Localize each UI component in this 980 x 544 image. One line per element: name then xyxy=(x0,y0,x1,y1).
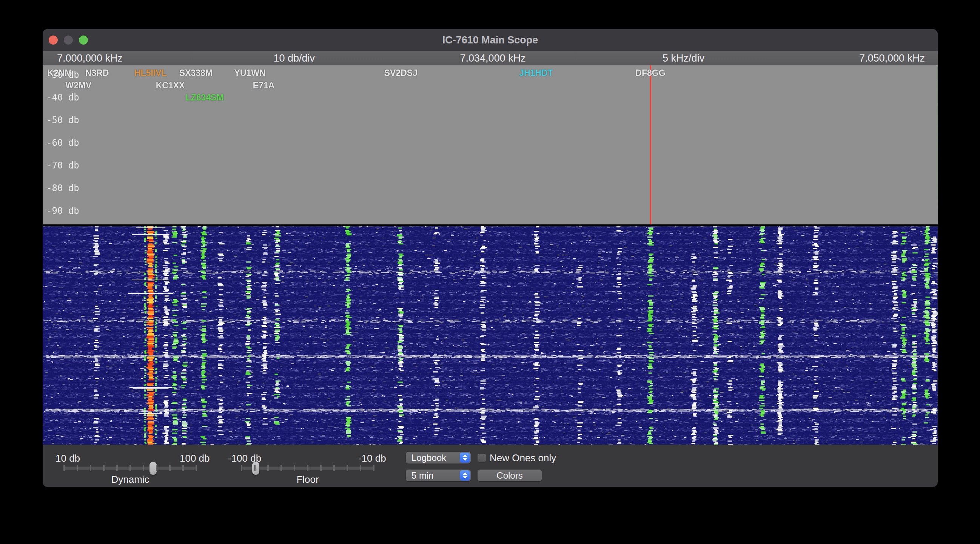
slider-tick xyxy=(116,465,118,471)
slider-tick xyxy=(129,465,131,471)
popup-chevrons-icon xyxy=(460,453,470,463)
db-axis-label: -70 db xyxy=(46,161,79,171)
callsign-label-hl5iivl[interactable]: HL5IIVL xyxy=(134,68,167,78)
db-axis-label: -50 db xyxy=(46,115,79,125)
callsign-label-n3rd[interactable]: N3RD xyxy=(85,68,109,78)
slider-tick xyxy=(156,465,158,471)
freq-end-label: 7.050,000 kHz xyxy=(859,52,925,64)
slider-tick xyxy=(373,465,374,471)
interval-select-value: 5 min xyxy=(412,470,434,481)
slider-tick xyxy=(103,465,105,471)
floor-slider[interactable] xyxy=(241,461,374,475)
slider-tick xyxy=(267,465,269,471)
slider-tick xyxy=(320,465,321,471)
vfo-frequency-label: 7.034,000 kHz xyxy=(460,52,526,64)
colors-button[interactable]: Colors xyxy=(477,470,542,481)
freq-start-label: 7.000,000 kHz xyxy=(57,52,123,64)
slider-tick xyxy=(76,465,78,471)
callsign-label-k2nm[interactable]: K2NM xyxy=(47,68,72,78)
callsign-label-sv2dsj[interactable]: SV2DSJ xyxy=(384,68,417,78)
waterfall-display[interactable] xyxy=(43,226,938,445)
window-title: IC-7610 Main Scope xyxy=(43,29,938,51)
logbook-select[interactable]: Logbook xyxy=(406,452,471,464)
callsign-label-e71a[interactable]: E71A xyxy=(253,80,275,90)
callsign-label-lz634sm[interactable]: LZ634SM xyxy=(186,93,224,102)
slider-tick xyxy=(182,465,184,471)
callsign-label-df8gg[interactable]: DF8GG xyxy=(635,68,665,78)
slider-tick xyxy=(294,465,295,471)
frequency-scale-bar: 7.000,000 kHz 10 db/div 7.034,000 kHz 5 … xyxy=(43,51,938,65)
slider-tick xyxy=(254,465,256,471)
callsign-label-w2mv[interactable]: W2MV xyxy=(65,80,91,90)
slider-tick xyxy=(169,465,171,471)
slider-tick xyxy=(280,465,282,471)
dynamic-slider[interactable] xyxy=(64,461,197,475)
slider-tick xyxy=(347,465,348,471)
floor-label: Floor xyxy=(296,474,318,485)
db-axis-label: -80 db xyxy=(46,183,79,193)
logbook-select-value: Logbook xyxy=(412,452,446,464)
new-ones-only-label: New Ones only xyxy=(490,453,556,463)
slider-tick xyxy=(307,465,309,471)
slider-tick xyxy=(360,465,361,471)
title-bar[interactable]: IC-7610 Main Scope xyxy=(43,29,938,51)
popup-chevrons-icon xyxy=(460,470,470,480)
slider-tick xyxy=(241,465,242,471)
interval-select[interactable]: 5 min xyxy=(406,470,471,481)
callsign-label-kc1xx[interactable]: KC1XX xyxy=(156,80,185,90)
slider-tick xyxy=(143,465,144,471)
khz-per-div-label: 5 kHz/div xyxy=(662,52,705,64)
db-per-div-label: 10 db/div xyxy=(273,52,315,64)
dynamic-label: Dynamic xyxy=(111,474,149,485)
app-window: IC-7610 Main Scope 7.000,000 kHz 10 db/d… xyxy=(43,29,938,487)
floor-slider-thumb[interactable] xyxy=(252,462,259,475)
callsign-label-jh1hdt[interactable]: JH1HDT xyxy=(519,68,553,78)
new-ones-only-checkbox[interactable] xyxy=(477,454,486,462)
db-axis-label: -60 db xyxy=(46,138,79,148)
slider-tick xyxy=(196,465,197,471)
db-axis-label: -40 db xyxy=(46,93,79,102)
db-axis-label: -90 db xyxy=(46,206,79,216)
callsign-label-yu1wn[interactable]: YU1WN xyxy=(234,68,266,78)
dynamic-slider-thumb[interactable] xyxy=(150,462,157,475)
slider-tick xyxy=(64,465,65,471)
slider-tick xyxy=(333,465,335,471)
callsign-label-sx338m[interactable]: SX338M xyxy=(179,68,213,78)
slider-tick xyxy=(90,465,91,471)
